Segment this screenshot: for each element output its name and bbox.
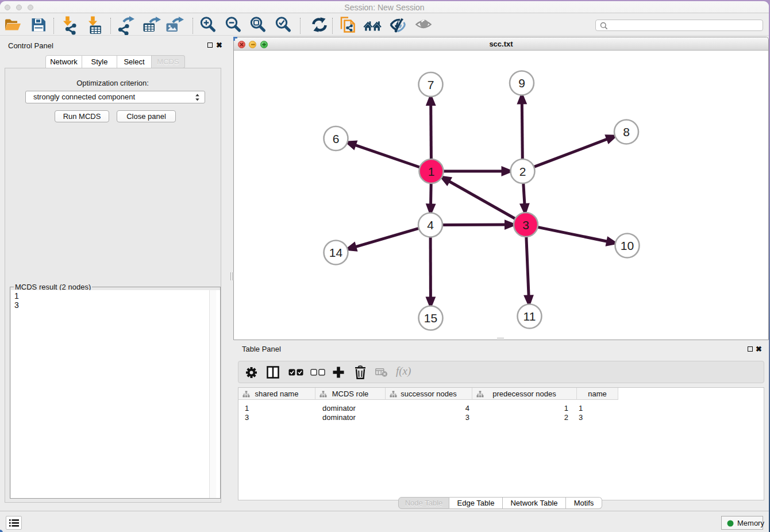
svg-text:3: 3 <box>522 218 529 232</box>
svg-text:6: 6 <box>333 132 340 145</box>
svg-text:11: 11 <box>523 310 536 323</box>
svg-text:2: 2 <box>519 165 526 178</box>
svg-text:1: 1 <box>428 165 435 178</box>
svg-text:9: 9 <box>518 76 525 90</box>
svg-text:8: 8 <box>623 125 630 138</box>
svg-text:10: 10 <box>621 239 634 252</box>
svg-text:14: 14 <box>329 246 343 259</box>
svg-text:4: 4 <box>427 218 434 232</box>
svg-text:15: 15 <box>424 311 437 325</box>
svg-text:7: 7 <box>428 78 434 91</box>
